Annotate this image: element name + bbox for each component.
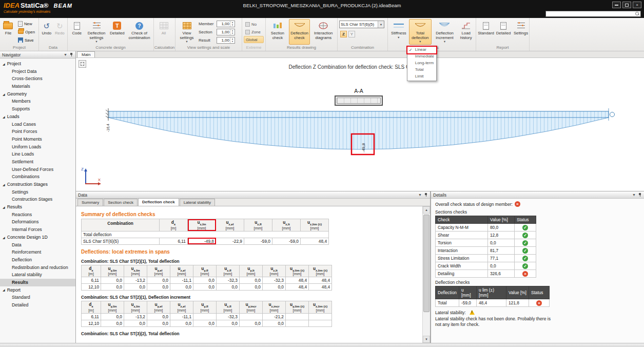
extreme-zone-button[interactable]: Zone [244,28,264,35]
nav-item-detailed[interactable]: Detailed [0,301,75,309]
nav-item-materials[interactable]: Materials [0,83,75,90]
maximize-button[interactable] [622,2,631,8]
menu-item-immediate[interactable]: Immediate [407,53,436,60]
expand-triangle-icon[interactable]: ◢ [3,62,5,66]
menu-item-limit[interactable]: Limit [407,73,436,80]
nav-item-members[interactable]: Members [0,98,75,105]
nav-section-report[interactable]: ◢Report [0,286,75,294]
nav-item-cross-sections[interactable]: Cross-Sections [0,75,75,83]
stepper-down-icon[interactable]: ▼ [230,24,235,27]
nav-item-lateral-stability[interactable]: Lateral stability [0,271,75,279]
menu-item-long-term[interactable]: Long-term [407,60,436,67]
new-button[interactable]: New [16,20,37,28]
undo-button[interactable]: ↺ Undo [41,19,53,45]
stiffness-button[interactable]: Stiffness ▼ [389,19,408,45]
member-scale-stepper[interactable]: 1,00 ▲▼ [217,21,235,27]
expand-triangle-icon[interactable]: ◢ [3,288,5,292]
deflection-increment-button[interactable]: Deflection increment ▼ [433,19,457,45]
vertical-scrollbar[interactable]: ▲ ▼ [422,206,430,343]
scrollbar-thumb[interactable] [423,215,430,312]
nav-item-combinations[interactable]: Combinations [0,173,75,181]
deflection-check-button[interactable]: Deflection check [289,19,310,45]
nav-item-supports[interactable]: Supports [0,105,75,113]
scroll-up-icon[interactable]: ▲ [423,206,430,214]
nav-item-reactions[interactable]: Reactions [0,211,75,219]
expand-triangle-icon[interactable]: ◢ [3,115,5,119]
result-scale-stepper[interactable]: 1,00 ▲▼ [217,37,235,44]
combo-arrow-icon[interactable]: ▼ [378,21,384,28]
report-standard-button[interactable]: Standard [478,19,494,45]
stepper-arrows[interactable]: ▲▼ [230,29,235,35]
nav-item-standard[interactable]: Standard [0,294,75,301]
expand-triangle-icon[interactable]: ◢ [3,205,5,209]
tab-main[interactable]: Main [77,51,95,57]
nav-item-point-moments[interactable]: Point Moments [0,136,75,143]
deflection-settings-button[interactable]: Deflection settings ▼ [85,19,107,45]
nav-item-line-loads[interactable]: Line Loads [0,150,75,158]
main-canvas[interactable]: Deflection Z Combination for deflection … [76,58,644,191]
tab-deflection-check[interactable]: Deflection check [138,198,179,206]
panel-menu-icon[interactable]: ▼ [632,193,636,197]
tab-section-check[interactable]: Section check [104,199,138,206]
pin-icon[interactable] [69,52,73,57]
nav-item-deformations[interactable]: Deformations [0,218,75,226]
expand-triangle-icon[interactable]: ◢ [3,92,5,96]
open-button[interactable]: Open [16,28,37,36]
save-button[interactable]: Save [16,36,37,44]
interaction-diagrams-button[interactable]: Interaction diagrams [311,19,336,45]
scroll-down-icon[interactable]: ▼ [423,336,430,343]
nav-item-results[interactable]: Results [0,279,75,286]
nav-section-concrete-design-1d[interactable]: ◢Concrete Design 1D [0,234,75,241]
minimize-button[interactable] [612,2,621,8]
nav-section-geometry[interactable]: ◢Geometry [0,90,75,98]
menu-item-total[interactable]: Total [407,67,436,73]
direction-z-button[interactable]: Z [340,31,347,37]
total-deflection-button[interactable]: Total deflection ▼ ✓LinearImmediateLong-… [409,19,432,45]
search-icon[interactable] [635,11,640,16]
load-history-button[interactable]: Load history [458,19,474,45]
pin-icon[interactable] [424,192,428,197]
tab-lateral-stability[interactable]: Lateral stability [180,199,215,206]
direction-y-button[interactable]: Y [348,31,355,37]
nav-item-reinforcement[interactable]: Reinforcement [0,248,75,256]
extreme-no-button[interactable]: No [244,21,264,28]
report-detailed-button[interactable]: Detailed [495,19,512,45]
nav-item-redistribution-and-reduction[interactable]: Redistribution and reduction [0,264,75,272]
nav-section-loads[interactable]: ◢Loads [0,113,75,121]
view-settings-button[interactable]: View settings ▼ [177,19,197,45]
detailed-check-button[interactable]: T Detailed [109,19,126,45]
section-check-button[interactable]: Section check [267,19,288,45]
nav-item-deflection[interactable]: Deflection [0,256,75,264]
search-input[interactable] [546,11,635,16]
calculate-all-button[interactable]: All [155,19,172,45]
expand-triangle-icon[interactable]: ◢ [3,236,5,239]
nav-item-point-forces[interactable]: Point Forces [0,128,75,136]
code-button[interactable]: Code [69,19,84,45]
close-button[interactable]: × [633,2,641,8]
search-box[interactable] [545,11,641,17]
nav-item-uniform-loads[interactable]: Uniform Loads [0,143,75,151]
combination-select[interactable]: SLS Char ST(6)(5) ▼ [339,21,384,28]
extreme-global-button[interactable]: Global [244,36,264,43]
file-button[interactable]: File [2,19,15,45]
pin-icon[interactable] [638,192,642,197]
tab-summary[interactable]: Summary [77,199,103,206]
nav-item-settings[interactable]: Settings [0,188,75,196]
nav-section-results[interactable]: ◢Results [0,203,75,211]
expand-triangle-icon[interactable]: ◢ [3,183,5,186]
stepper-down-icon[interactable]: ▼ [230,32,235,35]
section-scale-stepper[interactable]: 1,00 ▲▼ [217,29,235,35]
report-settings-button[interactable]: Settings [513,19,529,45]
nav-item-user-defined-forces[interactable]: User-Defined Forces [0,166,75,174]
nav-item-settlement[interactable]: Settlement [0,158,75,166]
menu-item-linear[interactable]: ✓Linear [407,47,436,53]
redo-button[interactable]: ↻ Redo [54,19,66,45]
nav-item-data[interactable]: Data [0,241,75,249]
nav-item-project-data[interactable]: Project Data [0,68,75,75]
zoom-extents-icon[interactable] [79,60,86,68]
nav-section-construction-stages[interactable]: ◢Construction Stages [0,181,75,188]
nav-section-project[interactable]: ◢Project [0,60,75,68]
stepper-down-icon[interactable]: ▼ [230,40,235,43]
panel-menu-icon[interactable]: ▼ [418,193,422,197]
check-of-combination-button[interactable]: ? Check of combination [127,19,152,45]
